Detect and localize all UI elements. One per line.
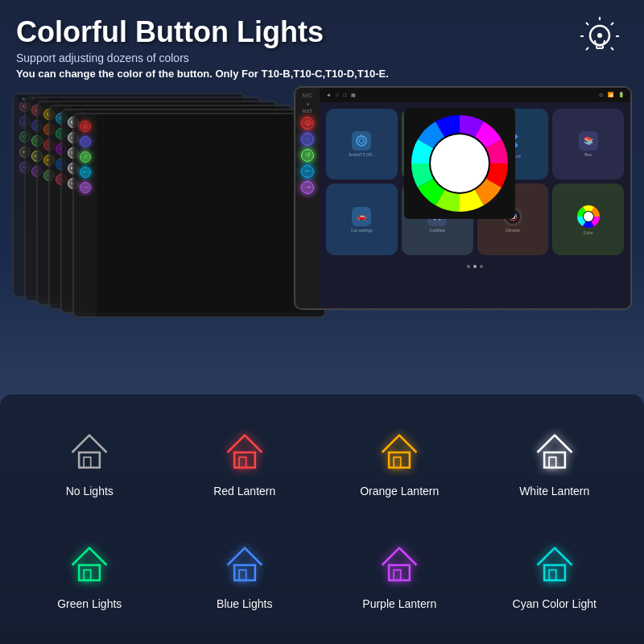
svg-line-3: [611, 47, 613, 50]
page-note: You can change the color of the button. …: [16, 68, 628, 80]
svg-rect-40: [239, 570, 246, 580]
light-item-white-lantern: White Lantern: [481, 411, 629, 515]
svg-rect-34: [394, 457, 401, 468]
red-lantern-label: Red Lantern: [213, 485, 275, 497]
no-lights-icon: [65, 428, 114, 477]
bottom-lights-section: No Lights Red Lantern Orange Lantern: [0, 394, 644, 644]
vol-down-btn: ⇥: [301, 181, 314, 194]
tablet-2: ⏻ ⌂ ↺ ⇤ ⇥: [72, 113, 326, 318]
device-area: ⏻ ⌂ ↺ ⇤ ⇥ ⏻ ⌂ ↺ ⇤ ⇥: [8, 86, 636, 320]
svg-rect-30: [84, 457, 91, 468]
light-item-no-lights: No Lights: [16, 411, 163, 515]
orange-lantern-icon: [375, 428, 423, 477]
app-boo: 📚 Boo: [552, 109, 624, 180]
back-btn: ↺: [301, 149, 314, 162]
page-title: Colorful Button Lights: [16, 16, 628, 48]
svg-line-6: [586, 47, 588, 50]
svg-rect-29: [79, 452, 100, 468]
svg-rect-31: [234, 452, 255, 468]
nav-dots: [320, 262, 630, 271]
tablet-main: MIC RST ⏻ ⌂ ↺ ⇤ ⇥ ◄ ○ □ ▦: [294, 86, 632, 310]
vol-up-btn: ⇤: [301, 165, 314, 178]
svg-point-28: [431, 134, 489, 192]
svg-rect-33: [389, 452, 410, 468]
svg-line-1: [611, 23, 613, 25]
svg-rect-41: [389, 565, 410, 580]
svg-rect-38: [84, 570, 91, 580]
svg-rect-36: [549, 457, 556, 468]
light-item-red-lantern: Red Lantern: [171, 411, 319, 515]
green-lights-icon: [65, 541, 114, 589]
blue-lights-label: Blue Lights: [217, 597, 272, 610]
svg-rect-39: [234, 565, 255, 580]
lights-grid: No Lights Red Lantern Orange Lantern: [16, 411, 628, 628]
svg-point-11: [597, 33, 602, 38]
svg-rect-32: [239, 457, 246, 468]
red-lantern-icon: [221, 428, 269, 477]
white-lantern-label: White Lantern: [519, 485, 589, 497]
no-lights-label: No Lights: [66, 485, 114, 497]
blue-lights-icon: [221, 541, 269, 589]
green-lights-label: Green Lights: [57, 597, 122, 610]
light-item-purple-lantern: Purple Lantern: [326, 523, 473, 628]
home-btn: ⌂: [301, 133, 314, 146]
svg-point-26: [584, 212, 593, 221]
light-item-green-lights: Green Lights: [16, 523, 163, 628]
cyan-color-light-icon: [530, 541, 579, 589]
purple-lantern-icon: [375, 541, 423, 589]
power-btn: ⏻: [301, 117, 314, 130]
svg-line-4: [586, 23, 588, 25]
light-item-orange-lantern: Orange Lantern: [326, 411, 473, 515]
status-bar: ◄ ○ □ ▦ ⊙ 📶 🔋: [320, 88, 630, 102]
svg-rect-44: [549, 570, 556, 580]
cyan-color-light-label: Cyan Color Light: [513, 597, 597, 610]
svg-point-12: [357, 136, 366, 146]
bulb-icon: [580, 16, 620, 56]
app-car-settings: 🚗 Car settings: [326, 184, 398, 255]
app-color: Color: [552, 184, 624, 255]
svg-rect-43: [544, 565, 565, 580]
svg-rect-35: [544, 452, 565, 468]
side-button-panel: MIC RST ⏻ ⌂ ↺ ⇤ ⇥: [295, 88, 320, 308]
svg-point-13: [359, 138, 364, 143]
svg-rect-37: [79, 565, 100, 580]
purple-lantern-label: Purple Lantern: [362, 597, 436, 610]
page-subtitle: Support adjusting dozens of colors: [16, 52, 628, 64]
orange-lantern-label: Orange Lantern: [360, 485, 439, 497]
app-androits: AndroiTS GP...: [326, 109, 398, 180]
svg-rect-42: [394, 570, 401, 580]
white-lantern-icon: [530, 428, 579, 477]
light-item-cyan-color-light: Cyan Color Light: [481, 523, 629, 628]
color-wheel-overlay: [404, 108, 515, 219]
header-section: Colorful Button Lights Support adjusting…: [0, 0, 644, 86]
light-item-blue-lights: Blue Lights: [171, 523, 319, 628]
